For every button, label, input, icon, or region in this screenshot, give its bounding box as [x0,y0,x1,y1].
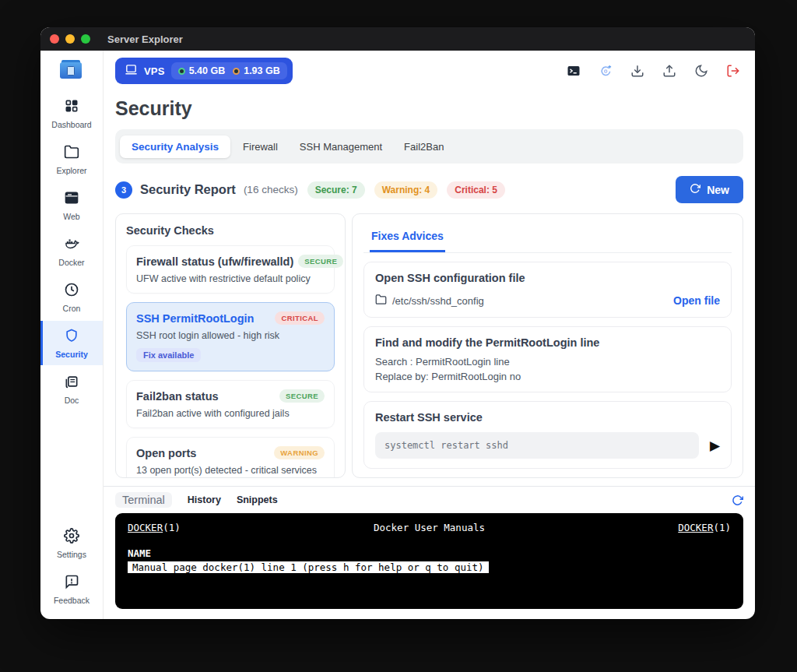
sidebar-item-label: Web [63,212,79,221]
fix-card-title: Find and modify the PermitRootLogin line [375,336,720,349]
titlebar: Server Explorer [40,27,755,51]
man-page-title: Docker User Manuals [374,522,485,533]
sidebar-item-label: Docker [58,258,84,267]
feedback-icon [64,574,79,593]
checks-panel-title: Security Checks [126,224,335,237]
search-line: Search : PermitRootLogin line [375,356,720,368]
security-tabbar: Security Analysis Firewall SSH Managemen… [115,129,743,164]
sidebar-item-label: Explorer [56,166,86,175]
terminal-icon[interactable] [567,64,581,78]
report-title: Security Report [140,182,236,197]
man-section-label: NAME [128,547,731,559]
run-command-button[interactable]: ▶ [710,439,720,452]
app-logo-icon [60,60,83,79]
clock-icon [64,282,79,301]
warning-count-badge: Warning: 4 [374,181,438,199]
security-report-header: 3 Security Report (16 checks) Secure: 7 … [104,164,755,204]
fix-card-title: Restart SSH service [375,411,720,424]
check-description: SSH root login allowed - high risk [136,330,325,341]
moon-icon[interactable] [694,64,708,78]
sidebar-item-docker[interactable]: Docker [40,229,103,273]
server-selector[interactable]: VPS 5.40 GB 1.93 GB [115,58,293,84]
man-status-line: Manual page docker(1) line 1 (press h fo… [128,561,489,573]
fix-card-restart-ssh: Restart SSH service systemctl restart ss… [363,401,732,469]
folder-icon [64,144,79,163]
terminal-output[interactable]: DOCKER(1) Docker User Manuals DOCKER(1) … [115,513,743,609]
new-scan-button[interactable]: New [676,176,743,203]
tab-ssh-management[interactable]: SSH Management [290,135,391,158]
fixes-advices-panel: Fixes Advices Open SSH configuration fil… [352,213,743,478]
check-item-firewall-status[interactable]: Firewall status (ufw/firewalld) SECURE U… [126,245,335,294]
status-badge: SECURE [298,255,343,268]
critical-count-badge: Critical: 5 [447,181,505,199]
sidebar-item-feedback[interactable]: Feedback [40,567,103,611]
sidebar-item-dashboard[interactable]: Dashboard [40,91,103,135]
folder-icon [375,294,387,308]
sidebar-item-settings[interactable]: Settings [40,521,103,565]
window-title: Server Explorer [107,33,183,45]
logout-icon[interactable] [726,64,740,78]
tab-snippets[interactable]: Snippets [237,494,278,505]
minimize-window-button[interactable] [65,34,75,44]
gear-icon [64,528,79,547]
close-window-button[interactable] [50,34,59,44]
security-checks-panel: Security Checks Firewall status (ufw/fir… [115,213,346,478]
tab-terminal[interactable]: Terminal [115,492,172,508]
check-title: Fail2ban status [136,390,219,403]
upload-icon[interactable] [662,64,676,78]
replace-line: Replace by: PermitRootLogin no [375,371,720,382]
server-stats: 5.40 GB 1.93 GB [171,62,287,79]
check-item-fail2ban-status[interactable]: Fail2ban status SECURE Fail2ban active w… [126,380,335,428]
report-body: Security Checks Firewall status (ufw/fir… [104,204,755,478]
ai-sparkle-icon[interactable] [599,64,613,78]
check-item-open-ports[interactable]: Open ports WARNING 13 open port(s) detec… [126,437,335,478]
grid-icon [64,98,79,117]
app-window: Server Explorer Dashboard Explorer [40,27,755,619]
status-badge: CRITICAL [275,311,325,325]
status-badge: SECURE [279,389,325,403]
docker-icon [64,236,79,255]
sidebar-item-explorer[interactable]: Explorer [40,137,103,181]
terminal-header: Terminal History Snippets [104,487,755,512]
tab-firewall[interactable]: Firewall [233,135,287,158]
sidebar-item-label: Cron [63,304,81,313]
tab-history[interactable]: History [188,494,221,505]
sidebar-item-label: Doc [65,396,79,405]
sidebar-item-label: Security [55,350,87,359]
config-file-path: /etc/ssh/sshd_config [375,294,484,308]
tab-fixes-advices[interactable]: Fixes Advices [370,223,445,252]
download-icon[interactable] [630,64,644,78]
browser-icon [64,190,79,209]
sidebar-item-cron[interactable]: Cron [40,275,103,319]
terminal-section: Terminal History Snippets DOCKER(1) Dock… [104,486,755,619]
shield-icon [64,328,79,347]
zoom-window-button[interactable] [81,34,90,44]
fix-card-open-config: Open SSH configuration file /etc/ssh/ssh… [363,262,732,318]
main-content: VPS 5.40 GB 1.93 GB [104,51,755,619]
sidebar-item-web[interactable]: Web [40,183,103,227]
tab-security-analysis[interactable]: Security Analysis [120,135,230,158]
sidebar-item-label: Dashboard [51,120,91,129]
terminal-refresh-icon[interactable] [732,494,743,506]
check-description: Fail2ban active with configured jails [136,408,325,419]
disk-icon [233,68,240,75]
check-description: 13 open port(s) detected - critical serv… [136,465,325,476]
report-count: (16 checks) [244,184,298,195]
docs-icon [64,374,79,392]
status-badge: WARNING [274,446,325,459]
topbar-actions [567,64,743,78]
traffic-lights [50,34,90,44]
command-box[interactable]: systemctl restart sshd [375,432,699,459]
tab-fail2ban[interactable]: Fail2Ban [395,135,453,158]
check-title: SSH PermitRootLogin [136,312,254,325]
laptop-icon [125,63,138,79]
check-item-ssh-permitrootlogin[interactable]: SSH PermitRootLogin CRITICAL SSH root lo… [126,302,335,371]
open-file-link[interactable]: Open file [673,294,720,307]
check-description: UFW active with restrictive default poli… [136,273,325,284]
sidebar-item-label: Feedback [54,596,90,605]
fixes-tabbar: Fixes Advices [363,223,732,253]
fix-card-title: Open SSH configuration file [375,272,720,284]
sidebar-item-security[interactable]: Security [40,321,103,365]
topbar: VPS 5.40 GB 1.93 GB [104,51,755,90]
sidebar-item-doc[interactable]: Doc [40,367,103,411]
